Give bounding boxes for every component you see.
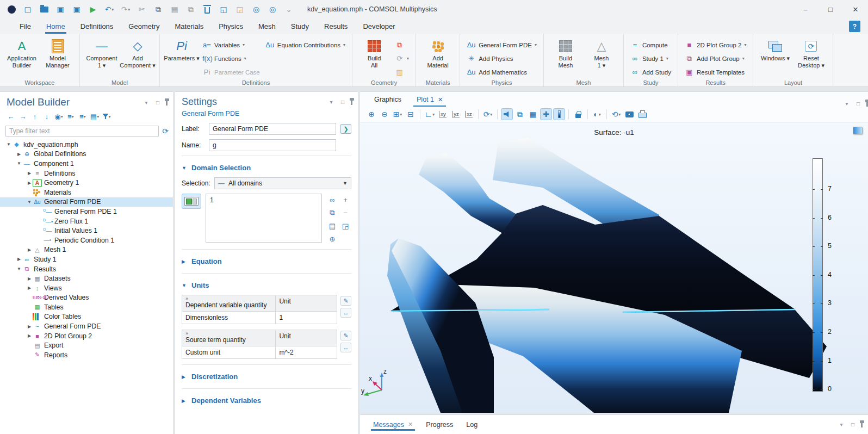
panel-float-icon[interactable]: □ bbox=[850, 421, 856, 427]
nav-forward-button[interactable]: → bbox=[17, 111, 28, 122]
rename-icon[interactable]: ❯ bbox=[340, 124, 351, 134]
reset-button[interactable]: ⟳Reset Desktop ▾ bbox=[793, 36, 829, 69]
speaker-toggle-button[interactable] bbox=[501, 108, 513, 120]
chevron-right-icon[interactable]: ▶ bbox=[26, 324, 33, 329]
menu-results[interactable]: Results bbox=[317, 18, 355, 34]
new-file-button[interactable]: ▢ bbox=[21, 3, 35, 16]
edit-unit-icon[interactable]: ✎ bbox=[340, 296, 351, 306]
tree-node-reports[interactable]: ✎Reports bbox=[0, 350, 173, 360]
color-legend-toggle-button[interactable] bbox=[553, 108, 565, 120]
cut-button[interactable]: ✂ bbox=[135, 3, 149, 16]
find-replace-button[interactable]: ◎ bbox=[265, 3, 280, 16]
grid-toggle-button[interactable]: ▦ bbox=[527, 108, 539, 120]
node-text-menu-button[interactable]: ▤▾ bbox=[89, 111, 100, 122]
build-button[interactable]: Build Mesh bbox=[548, 36, 584, 69]
section-dependent-variables[interactable]: ▶ Dependent Variables bbox=[182, 393, 351, 408]
tree-node-color-tables[interactable]: Color Tables bbox=[0, 312, 173, 322]
tree-node-general-form-pde[interactable]: ▶~General Form PDE bbox=[0, 321, 173, 331]
partition-button[interactable]: ▥ bbox=[392, 65, 412, 79]
tree-node-geometry-1[interactable]: ▶AGeometry 1 bbox=[0, 178, 173, 188]
selection-list-item[interactable]: 1 bbox=[210, 196, 318, 204]
chevron-right-icon[interactable]: ▶ bbox=[26, 171, 33, 176]
selection-dropdown[interactable]: — All domains ▼ bbox=[214, 177, 351, 189]
build-button[interactable]: Build All bbox=[356, 36, 392, 69]
menu-definitions[interactable]: Definitions bbox=[73, 18, 121, 34]
find-button[interactable]: ◎ bbox=[249, 3, 263, 16]
default-3d-view-button[interactable]: ∟▾ bbox=[424, 108, 436, 120]
chevron-right-icon[interactable]: ▶ bbox=[26, 286, 33, 290]
tree-node-periodic-condition-1[interactable]: —•Periodic Condition 1 bbox=[0, 235, 173, 245]
result-templates-button[interactable]: ▣Result Templates bbox=[682, 65, 749, 79]
expand-all-menu-button[interactable]: ≡▾ bbox=[65, 111, 76, 122]
print-button[interactable] bbox=[636, 108, 648, 120]
view-lock-button[interactable] bbox=[572, 108, 584, 120]
tree-node-mesh-1[interactable]: ▶△Mesh 1 bbox=[0, 245, 173, 255]
panel-float-icon[interactable]: □ bbox=[154, 100, 161, 106]
close-tab-icon[interactable]: ✕ bbox=[438, 96, 443, 103]
add-study-button[interactable]: ∞Add Study bbox=[628, 65, 674, 79]
zoom-to-selection-icon[interactable]: ⊕ bbox=[326, 233, 338, 245]
remove-from-selection-icon[interactable]: − bbox=[339, 207, 351, 219]
mesh-button[interactable]: △Mesh 1 ▾ bbox=[584, 36, 619, 69]
tree-node-component-1[interactable]: ▼—Component 1 bbox=[0, 159, 173, 169]
graphics-tab-plot-1[interactable]: Plot 1✕ bbox=[410, 94, 449, 107]
deselect-button[interactable]: ◲ bbox=[233, 3, 247, 16]
tree-node-study-1[interactable]: ▶∞Study 1 bbox=[0, 255, 173, 264]
study-1-button[interactable]: ∞Study 1▾ bbox=[628, 52, 674, 65]
active-toggle-button[interactable] bbox=[182, 194, 201, 209]
bottom-tab-log[interactable]: Log bbox=[461, 419, 483, 431]
close-button[interactable]: ✕ bbox=[843, 0, 868, 18]
insert-sequence-button[interactable]: ⧉ bbox=[392, 38, 412, 52]
general-form-pde-button[interactable]: ΔuGeneral Form PDE▾ bbox=[464, 38, 540, 52]
menu-geometry[interactable]: Geometry bbox=[121, 18, 167, 34]
panel-menu-icon[interactable]: ▾ bbox=[328, 99, 334, 105]
component-button[interactable]: —Component 1 ▾ bbox=[84, 36, 120, 69]
nav-back-button[interactable]: ← bbox=[5, 111, 16, 122]
chevron-right-icon[interactable]: ▶ bbox=[16, 152, 22, 157]
panel-menu-icon[interactable]: ▾ bbox=[143, 100, 150, 106]
zoom-in-button[interactable]: ⊕ bbox=[365, 108, 377, 120]
label-field-input[interactable]: General Form PDE bbox=[209, 123, 336, 135]
unit-table-row[interactable]: Dimensionless1 bbox=[182, 312, 337, 324]
undo-button[interactable]: ↶▾ bbox=[102, 3, 116, 16]
refresh-icon[interactable]: ⟳ bbox=[162, 127, 169, 135]
section-discretization[interactable]: ▶ Discretization bbox=[182, 369, 351, 384]
panel-menu-icon[interactable]: ▾ bbox=[844, 101, 850, 107]
menu-home[interactable]: Home bbox=[39, 18, 73, 34]
parameters-button[interactable]: PiParameters ▾ bbox=[164, 36, 200, 62]
chevron-right-icon[interactable]: ▶ bbox=[26, 181, 33, 185]
delete-button[interactable] bbox=[200, 3, 214, 16]
domain-selection-list[interactable]: 1 bbox=[206, 194, 322, 243]
duplicate-button[interactable]: ⧉ bbox=[184, 3, 198, 16]
save-as-button[interactable]: ▣ bbox=[70, 3, 84, 16]
move-down-button[interactable]: ↓ bbox=[41, 111, 52, 122]
add-physics-button[interactable]: ✳Add Physics bbox=[464, 52, 540, 65]
tree-node-derived-values[interactable]: 8.85e-12Derived Values bbox=[0, 293, 173, 303]
close-tab-icon[interactable]: ✕ bbox=[408, 421, 413, 428]
chevron-down-icon[interactable]: ▼ bbox=[16, 161, 22, 166]
chevron-right-icon[interactable]: ▶ bbox=[16, 257, 22, 262]
view-xz-button[interactable]: xz bbox=[463, 108, 475, 120]
tree-node-materials[interactable]: Materials bbox=[0, 188, 173, 197]
tree-node-general-form-pde[interactable]: ▼ΔuGeneral Form PDE bbox=[0, 197, 173, 207]
menu-physics[interactable]: Physics bbox=[211, 18, 251, 34]
tree-node-general-form-pde-1[interactable]: —General Form PDE 1 bbox=[0, 207, 173, 216]
help-button[interactable]: ? bbox=[849, 21, 860, 32]
app-logo[interactable] bbox=[4, 3, 18, 16]
bottom-tab-messages[interactable]: Messages✕ bbox=[368, 419, 418, 431]
menu-developer[interactable]: Developer bbox=[355, 18, 402, 34]
zoom-box-button[interactable]: ⊞▾ bbox=[392, 108, 404, 120]
zoom-out-button[interactable]: ⊖ bbox=[379, 108, 390, 120]
resize-columns-icon[interactable]: ↔ bbox=[340, 343, 351, 352]
menu-file[interactable]: File bbox=[12, 18, 39, 34]
select-box-button[interactable]: ◱ bbox=[216, 3, 231, 16]
view-yz-button[interactable]: yz bbox=[450, 108, 462, 120]
panel-pin-icon[interactable] bbox=[166, 101, 168, 106]
bottom-tab-progress[interactable]: Progress bbox=[420, 419, 458, 431]
tree-node-export[interactable]: ▤Export bbox=[0, 340, 173, 350]
open-file-button[interactable] bbox=[37, 3, 51, 16]
tree-node-global-definitions[interactable]: ▶⊕Global Definitions bbox=[0, 150, 173, 159]
copy-button[interactable]: ⧉ bbox=[151, 3, 165, 16]
equation-contributions-button[interactable]: ΔuEquation Contributions▾ bbox=[263, 38, 348, 52]
axis-orientation-toggle-button[interactable]: ✚ bbox=[540, 108, 552, 120]
